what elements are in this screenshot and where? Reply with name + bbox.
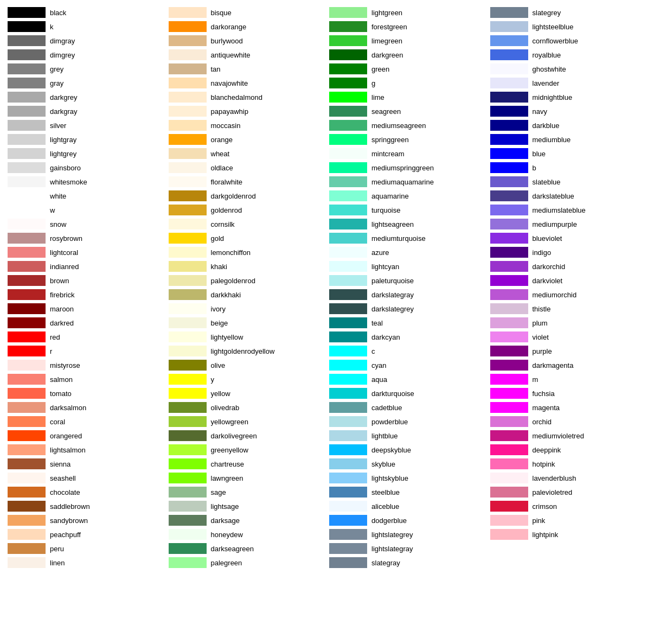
color-label: cornsilk (211, 220, 235, 228)
color-item: darkgrey (5, 90, 166, 104)
color-swatch (169, 374, 207, 385)
color-label: sandybrown (50, 517, 88, 525)
color-swatch (169, 106, 207, 117)
color-label: darkviolet (533, 277, 563, 285)
color-label: beige (211, 319, 228, 327)
color-label: honeydew (211, 531, 243, 539)
color-item: mediumslateblue (488, 203, 649, 217)
color-item: floralwhite (166, 175, 328, 189)
color-label: darkturquoise (371, 390, 414, 398)
color-swatch (8, 303, 46, 314)
color-item: lime (327, 90, 488, 104)
color-item: lightsalmon (5, 443, 166, 457)
color-swatch (8, 120, 46, 131)
color-swatch (169, 402, 207, 413)
color-label: palevioletred (533, 488, 573, 496)
color-label: aqua (371, 375, 387, 384)
color-label: slategrey (533, 9, 561, 17)
color-item: green (327, 62, 488, 76)
color-swatch (169, 529, 207, 540)
color-swatch (329, 120, 367, 131)
color-swatch (169, 360, 207, 371)
color-item: plum (488, 316, 649, 330)
color-item: thistle (488, 302, 649, 316)
color-swatch (8, 331, 46, 342)
color-label: darkslateblue (533, 192, 574, 200)
color-label: skyblue (371, 460, 395, 468)
color-label: mediumpurple (533, 220, 577, 228)
color-label: lightsteelblue (533, 23, 574, 31)
color-swatch (490, 7, 528, 18)
color-item: tomato (5, 386, 166, 400)
color-item: coral (5, 415, 166, 429)
color-item (488, 541, 649, 556)
color-swatch (490, 346, 528, 356)
color-swatch (329, 7, 367, 18)
color-item: gold (166, 231, 328, 245)
color-swatch (329, 162, 367, 173)
color-label: snow (50, 220, 66, 228)
color-swatch (490, 63, 528, 74)
color-item: mintcream (327, 146, 488, 161)
color-item: pink (488, 513, 649, 527)
color-swatch (490, 148, 528, 159)
color-item: aqua (327, 372, 488, 386)
color-item: mediumseagreen (327, 118, 488, 132)
color-label: k (50, 23, 54, 31)
color-label: lemonchiffon (211, 248, 251, 257)
color-swatch (490, 501, 528, 512)
color-swatch (169, 303, 207, 314)
color-item: cornflowerblue (488, 34, 649, 48)
color-label: lightsage (211, 502, 239, 511)
color-label: turquoise (371, 206, 400, 214)
color-swatch (8, 346, 46, 356)
color-swatch (169, 473, 207, 483)
color-item: darkmagenta (488, 358, 649, 372)
color-item: dimgray (5, 34, 166, 48)
color-item: snow (5, 217, 166, 231)
color-item: blue (488, 146, 649, 161)
color-label: c (371, 347, 375, 355)
color-item: teal (327, 316, 488, 330)
color-swatch (8, 190, 46, 201)
color-item: lightslategray (327, 541, 488, 556)
color-item: chocolate (5, 485, 166, 499)
color-item: lightgrey (5, 146, 166, 161)
color-label: lightgoldenrodyellow (211, 347, 275, 355)
color-label: olive (211, 361, 226, 369)
color-item: aliceblue (327, 499, 488, 513)
color-item: olivedrab (166, 400, 328, 415)
color-item: r (5, 344, 166, 358)
color-item: mediumvioletred (488, 429, 649, 443)
color-swatch (490, 134, 528, 145)
color-swatch (329, 92, 367, 103)
color-label: oldlace (211, 164, 233, 172)
color-label: cadetblue (371, 404, 402, 412)
color-swatch (8, 473, 46, 483)
color-label: b (533, 164, 536, 172)
color-swatch (169, 190, 207, 201)
color-swatch (8, 162, 46, 173)
color-item: orange (166, 132, 328, 146)
color-swatch (329, 374, 367, 385)
color-item: burlywood (166, 34, 328, 48)
color-item: red (5, 330, 166, 344)
color-swatch (8, 430, 46, 441)
color-swatch (8, 78, 46, 88)
color-swatch (490, 289, 528, 300)
color-label: violet (533, 333, 549, 341)
color-item: goldenrod (166, 203, 328, 217)
color-label: darkseagreen (211, 545, 254, 553)
color-item: firebrick (5, 288, 166, 302)
color-item: aquamarine (327, 189, 488, 203)
color-label: gold (211, 234, 225, 243)
color-swatch (329, 458, 367, 469)
color-item: seagreen (327, 104, 488, 118)
color-item: silver (5, 118, 166, 132)
color-item: antiquewhite (166, 48, 328, 62)
color-item: sandybrown (5, 513, 166, 527)
color-swatch (169, 557, 207, 568)
color-swatch (329, 529, 367, 540)
color-item: sienna (5, 457, 166, 471)
color-swatch (169, 35, 207, 46)
